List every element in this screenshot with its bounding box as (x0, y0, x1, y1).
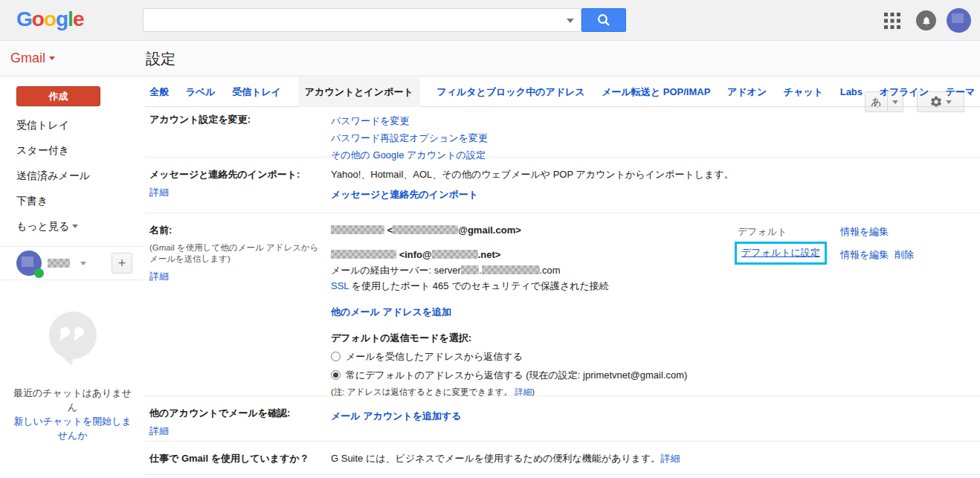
notifications-button[interactable] (916, 10, 936, 30)
tab-forwarding-pop-imap[interactable]: メール転送と POP/IMAP (602, 77, 710, 107)
learn-more-link[interactable]: 詳細 (149, 186, 169, 198)
row-label: メッセージと連絡先のインポート: 詳細 (145, 158, 331, 213)
row-content: パスワードを変更 パスワード再設定オプションを変更 その他の Google アカ… (331, 107, 980, 157)
avatar-blur (952, 13, 964, 23)
gmail-menu[interactable]: Gmail (10, 51, 55, 66)
quote-mark (60, 327, 70, 337)
row-check-mail-other-accounts: 他のアカウントでメールを確認: 詳細 メール アカウントを追加する (145, 396, 980, 442)
reply-option-received-address: メールを受信したアドレスから返信する (331, 350, 965, 363)
add-another-address-link[interactable]: 他のメール アドレスを追加 (331, 306, 451, 317)
make-default-link[interactable]: デフォルトに設定 (741, 247, 820, 258)
default-badge: デフォルト (738, 225, 787, 239)
row-content: Yahoo!、Hotmail、AOL、その他のウェブメールや POP アカウント… (331, 158, 980, 213)
tab-themes[interactable]: テーマ (946, 77, 976, 107)
gmail-settings-page: Google Gmail 設定 あ 作成 受信トレイ (0, 0, 980, 478)
chat-profile-row: + (0, 247, 145, 280)
gmail-subheader: Gmail 設定 あ (0, 42, 980, 77)
tab-general[interactable]: 全般 (149, 77, 169, 107)
search-input[interactable] (144, 9, 581, 31)
search-box (143, 8, 581, 32)
learn-more-link[interactable]: 詳細 (149, 270, 169, 282)
row-import-mail-contacts: メッセージと連絡先のインポート: 詳細 Yahoo!、Hotmail、AOL、そ… (145, 158, 980, 213)
row-change-account-settings: アカウント設定を変更: パスワードを変更 パスワード再設定オプションを変更 その… (145, 107, 980, 158)
change-password-link[interactable]: パスワードを変更 (331, 115, 410, 126)
compose-button[interactable]: 作成 (16, 86, 100, 106)
tab-labs[interactable]: Labs (840, 78, 863, 106)
set-default-highlight-box: デフォルトに設定 (735, 242, 827, 265)
blurred-name (331, 225, 384, 234)
ssl-link[interactable]: SSL (331, 280, 349, 291)
learn-more-link[interactable]: 詳細 (515, 387, 532, 396)
bell-icon (921, 16, 932, 26)
row-content: G Suite には、ビジネスでメールを使用するための便利な機能があります。詳細 (331, 442, 980, 474)
ssl-line: SSL を使用したポート 465 でのセキュリティで保護された接続 (331, 280, 965, 292)
delete-link[interactable]: 削除 (894, 249, 914, 260)
reply-option-default-address: 常にデフォルトのアドレスから返信する (現在の設定: jprimetvnet@g… (331, 369, 965, 381)
edit-info-link[interactable]: 情報を編集 (840, 249, 889, 260)
tab-chat[interactable]: チャット (784, 77, 823, 107)
search-options-caret-icon[interactable] (567, 19, 574, 23)
reply-mode-title: デフォルトの返信モードを選択: (331, 332, 965, 344)
online-status-dot (34, 268, 44, 278)
tab-filters-blocked[interactable]: フィルタとブロック中のアドレス (436, 77, 584, 107)
row-content: <@gmail.com> <info@.net> メールの経由サーバー: ser… (331, 213, 980, 395)
blurred-server (461, 265, 479, 274)
settings-main: 全般 ラベル 受信トレイ アカウントとインポート フィルタとブロック中のアドレス… (145, 77, 980, 475)
tab-addons[interactable]: アドオン (727, 77, 767, 107)
sidebar-item-drafts[interactable]: 下書き (0, 188, 145, 213)
chat-empty-text: 最近のチャットはありません (13, 387, 132, 413)
chevron-down-icon[interactable] (80, 262, 86, 265)
chat-empty-state: 最近のチャットはありません 新しいチャットを開始しませんか (11, 386, 135, 442)
quote-mark (74, 327, 84, 337)
import-description: Yahoo!、Hotmail、AOL、その他のウェブメールや POP アカウント… (331, 168, 965, 181)
apps-grid-icon[interactable] (883, 12, 901, 30)
start-chat-link[interactable]: 新しいチャットを開始しませんか (11, 414, 135, 442)
blurred-name (331, 250, 396, 259)
mail-nav: 受信トレイ スター付き 送信済みメール 下書き もっと見る (0, 112, 145, 239)
page-title: 設定 (146, 49, 175, 69)
sidebar: 作成 受信トレイ スター付き 送信済みメール 下書き もっと見る + 最近のチャ… (0, 77, 145, 478)
add-contact-button[interactable]: + (112, 253, 132, 274)
row-send-mail-as: 名前: (Gmail を使用して他のメール アドレスからメールを送信します) 詳… (145, 213, 980, 396)
edit-info-link[interactable]: 情報を編集 (840, 226, 889, 237)
tab-accounts-import[interactable]: アカウントとインポート (298, 77, 420, 107)
google-top-bar: Google (0, 0, 980, 41)
smtp-server-line: メールの経由サーバー: server..com (331, 264, 965, 277)
avatar-blur (22, 256, 33, 267)
send-mail-as-note: (Gmail を使用して他のメール アドレスからメールを送信します) (149, 242, 322, 265)
radio-checked[interactable] (331, 370, 341, 380)
add-mail-account-link[interactable]: メール アカウントを追加する (331, 410, 462, 422)
sidebar-item-sent[interactable]: 送信済みメール (0, 163, 145, 188)
change-password-recovery-link[interactable]: パスワード再設定オプションを変更 (331, 132, 488, 143)
settings-tabs: 全般 ラベル 受信トレイ アカウントとインポート フィルタとブロック中のアドレス… (145, 77, 980, 107)
profile-name-blur (48, 259, 70, 268)
chevron-down-icon (49, 56, 55, 60)
hangouts-icon (49, 311, 97, 359)
divider (0, 280, 145, 280)
sidebar-item-inbox[interactable]: 受信トレイ (0, 112, 145, 138)
row-label: 名前: (Gmail を使用して他のメール アドレスからメールを送信します) 詳… (145, 213, 331, 395)
learn-more-link[interactable]: 詳細 (149, 424, 169, 437)
row-label: アカウント設定を変更: (145, 107, 331, 157)
tab-inbox[interactable]: 受信トレイ (232, 77, 281, 107)
row-gsuite: 仕事で Gmail を使用していますか？ G Suite には、ビジネスでメール… (145, 442, 980, 475)
reply-note: (注: アドレスは返信するときに変更できます。 詳細) (331, 386, 965, 398)
chevron-down-icon (72, 225, 78, 228)
google-logo: Google (16, 7, 83, 31)
gsuite-learn-more-link[interactable]: 詳細 (660, 453, 680, 464)
row-content: メール アカウントを追加する (331, 396, 980, 441)
row-label: 仕事で Gmail を使用していますか？ (145, 442, 331, 474)
search-button[interactable] (581, 8, 626, 32)
blurred-email-local (393, 225, 458, 234)
tab-labels[interactable]: ラベル (186, 77, 216, 107)
user-avatar[interactable] (947, 8, 971, 33)
blurred-server-domain (482, 265, 540, 274)
row-label: 他のアカウントでメールを確認: 詳細 (145, 396, 331, 441)
sidebar-item-starred[interactable]: スター付き (0, 138, 145, 163)
radio-unchecked[interactable] (331, 352, 341, 361)
import-mail-contacts-link[interactable]: メッセージと連絡先のインポート (331, 189, 478, 200)
tab-offline[interactable]: オフライン (880, 77, 929, 107)
search-icon (596, 13, 611, 28)
blurred-domain (432, 250, 478, 259)
sidebar-item-more[interactable]: もっと見る (0, 213, 145, 239)
